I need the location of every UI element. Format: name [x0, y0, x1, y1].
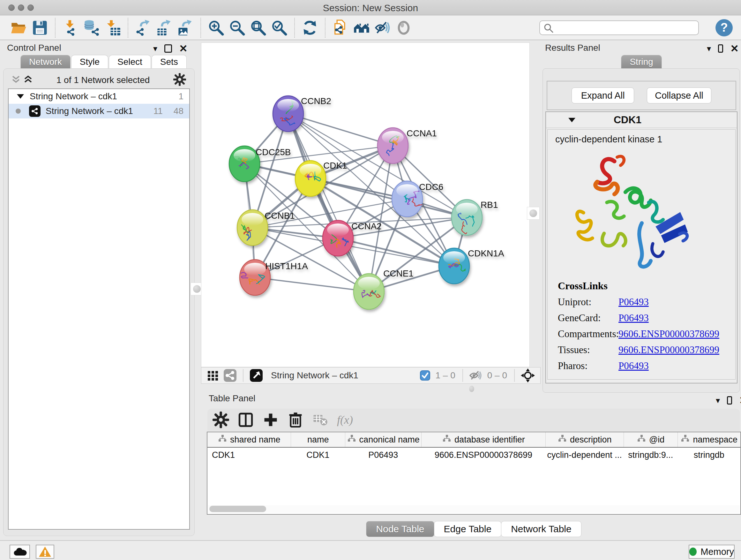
delete-column-button[interactable]: [287, 412, 304, 428]
maximize-panel-icon[interactable]: [727, 396, 732, 405]
network-edge: [311, 179, 467, 217]
float-panel-icon[interactable]: ▾: [707, 44, 711, 53]
column-header-database-identifier[interactable]: database identifier: [421, 432, 545, 447]
zoom-in-button[interactable]: [205, 17, 226, 38]
network-canvas[interactable]: CCNB2CCNA1CDC25BCDK1CDC6RB1CCNB1CCNA2CDK…: [201, 43, 530, 367]
crosslink-link[interactable]: P06493: [618, 360, 649, 372]
column-header-description[interactable]: description: [545, 432, 623, 447]
column-header-name[interactable]: name: [291, 432, 345, 447]
right-splitter-handle[interactable]: [527, 207, 540, 220]
show-columns-button[interactable]: [238, 412, 254, 428]
crosslinks-section: CrossLinks Uniprot:P06493GeneCard:P06493…: [558, 280, 735, 372]
tab-style[interactable]: Style: [71, 55, 108, 68]
zoom-out-button[interactable]: [226, 17, 248, 38]
gene-header[interactable]: CDK1: [546, 112, 737, 128]
column-header--id[interactable]: @id: [623, 432, 678, 447]
network-node-RB1[interactable]: RB1: [452, 199, 498, 235]
toolbar-separator: [200, 18, 201, 38]
table-row[interactable]: CDK1CDK1P064939606.ENSP00000378699cyclin…: [207, 448, 740, 462]
birdseye-view-icon[interactable]: [206, 369, 219, 382]
horizontal-splitter-handle[interactable]: [469, 386, 474, 392]
table-hscrollbar[interactable]: [208, 505, 740, 513]
table-header-row: shared namenamecanonical namedatabase id…: [207, 432, 740, 448]
clone-network-button[interactable]: [330, 17, 351, 38]
tab-select[interactable]: Select: [109, 55, 151, 68]
close-panel-icon[interactable]: ✕: [739, 395, 741, 406]
tab-network[interactable]: Network: [20, 55, 71, 68]
status-bar: Memory: [0, 540, 741, 560]
network-collection-row[interactable]: String Network – cdk1 1: [9, 89, 189, 104]
crosslink-row: Uniprot:P06493: [558, 296, 735, 308]
gene-caret-icon[interactable]: [568, 118, 576, 122]
crosslink-row: Pharos:P06493: [558, 360, 735, 372]
hide-selected-button[interactable]: [372, 17, 393, 38]
tab-string[interactable]: String: [621, 55, 662, 68]
export-network-button[interactable]: [133, 17, 154, 38]
maximize-panel-icon[interactable]: [164, 44, 172, 53]
crosslink-link[interactable]: P06493: [618, 296, 649, 308]
tab-sets[interactable]: Sets: [151, 55, 187, 68]
help-button[interactable]: ?: [716, 19, 733, 37]
crosslink-link[interactable]: P06493: [618, 312, 649, 324]
selected-checkbox-icon[interactable]: [420, 370, 430, 381]
maximize-panel-icon[interactable]: [718, 44, 723, 53]
current-network-name: String Network – cdk1: [271, 370, 418, 381]
share-network-icon[interactable]: [223, 368, 237, 382]
collapse-all-icon[interactable]: [11, 74, 21, 86]
collection-caret-icon[interactable]: [17, 94, 24, 99]
float-panel-icon[interactable]: ▾: [716, 396, 720, 405]
network-node-CCNE1[interactable]: CCNE1: [354, 268, 414, 309]
zoom-selected-button[interactable]: [269, 17, 290, 38]
expand-all-button[interactable]: Expand All: [571, 87, 634, 104]
center-view-crosshair-icon[interactable]: [521, 368, 535, 383]
delete-table-button[interactable]: [312, 412, 329, 428]
tab-edge-table[interactable]: Edge Table: [434, 521, 502, 537]
crosslink-link[interactable]: 9606.ENSP00000378699: [618, 344, 719, 356]
open-session-button[interactable]: [8, 17, 29, 38]
save-session-button[interactable]: [29, 17, 51, 38]
gene-name: CDK1: [614, 114, 642, 126]
collapse-all-button[interactable]: Collapse All: [647, 87, 711, 104]
network-node-CCNB1[interactable]: CCNB1: [237, 210, 295, 246]
import-network-button[interactable]: [60, 17, 81, 38]
export-table-button[interactable]: [154, 17, 175, 38]
expand-all-icon[interactable]: [23, 74, 33, 86]
float-panel-icon[interactable]: ▾: [153, 44, 157, 53]
network-state-dot: [16, 109, 21, 114]
network-node-HIST1H1A[interactable]: HIST1H1A: [240, 260, 308, 295]
column-header-namespace[interactable]: namespace: [677, 432, 740, 447]
table-settings-button[interactable]: [212, 412, 229, 428]
search-input[interactable]: [539, 20, 699, 35]
column-header-shared-name[interactable]: shared name: [207, 432, 291, 447]
crosslink-link[interactable]: 9606.ENSP00000378699: [618, 328, 719, 340]
table-cell: CDK1: [291, 448, 345, 462]
tab-network-table[interactable]: Network Table: [501, 521, 582, 537]
close-panel-icon[interactable]: ✕: [179, 44, 188, 54]
first-neighbors-button[interactable]: [351, 17, 372, 38]
network-node-CCNA1[interactable]: CCNA1: [378, 128, 437, 164]
import-table-button[interactable]: [102, 17, 123, 38]
hidden-eye-icon[interactable]: [469, 370, 482, 381]
network-node-CDKN1A[interactable]: CDKN1A: [439, 248, 504, 284]
close-panel-icon[interactable]: ✕: [730, 44, 739, 54]
function-builder-button[interactable]: f(x): [337, 412, 353, 428]
warnings-button[interactable]: [36, 545, 54, 559]
refresh-button[interactable]: [299, 17, 320, 38]
column-header-canonical-name[interactable]: canonical name: [345, 432, 421, 447]
open-in-window-icon[interactable]: [249, 368, 263, 382]
scrollbar-thumb[interactable]: [209, 506, 266, 512]
network-node-CDK1[interactable]: CDK1: [295, 161, 347, 196]
import-database-button[interactable]: [81, 17, 102, 38]
add-column-button[interactable]: [262, 412, 279, 428]
network-graph[interactable]: CCNB2CCNA1CDC25BCDK1CDC6RB1CCNB1CCNA2CDK…: [201, 43, 529, 367]
show-all-button[interactable]: [393, 17, 414, 38]
network-options-gear-icon[interactable]: [173, 73, 186, 87]
search-icon: [543, 23, 554, 35]
control-panel-controls: ▾ ✕: [153, 44, 192, 54]
cloud-button[interactable]: [10, 545, 30, 559]
network-row[interactable]: String Network – cdk1 11 48: [9, 104, 189, 118]
tab-node-table[interactable]: Node Table: [366, 521, 434, 537]
zoom-fit-button[interactable]: [248, 17, 269, 38]
export-image-button[interactable]: [175, 17, 196, 38]
memory-button[interactable]: Memory: [689, 545, 735, 559]
